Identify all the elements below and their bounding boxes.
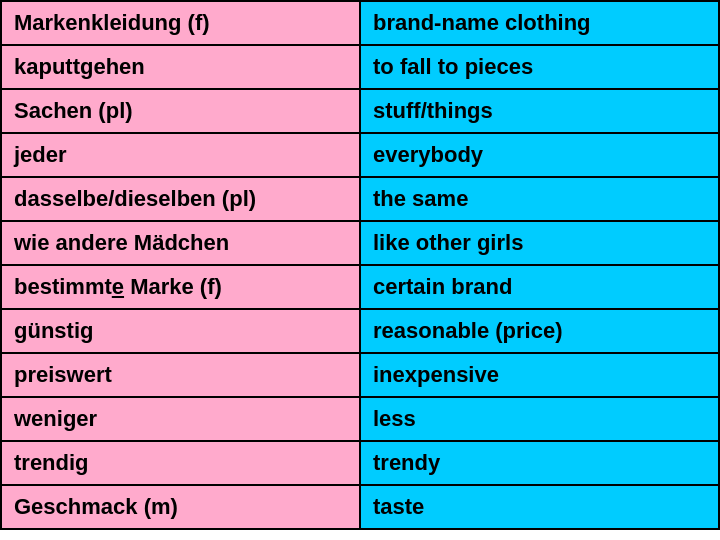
english-cell: reasonable (price) <box>360 309 719 353</box>
german-cell: günstig <box>1 309 360 353</box>
german-cell: jeder <box>1 133 360 177</box>
table-row: bestimmte Marke (f)certain brand <box>1 265 719 309</box>
table-row: Sachen (pl)stuff/things <box>1 89 719 133</box>
vocabulary-table: Markenkleidung (f)brand-name clothingkap… <box>0 0 720 530</box>
english-cell: trendy <box>360 441 719 485</box>
german-cell: preiswert <box>1 353 360 397</box>
table-row: günstigreasonable (price) <box>1 309 719 353</box>
german-cell: Markenkleidung (f) <box>1 1 360 45</box>
german-cell: dasselbe/dieselben (pl) <box>1 177 360 221</box>
table-row: wenigerless <box>1 397 719 441</box>
table-row: preiswertinexpensive <box>1 353 719 397</box>
table-row: Geschmack (m)taste <box>1 485 719 529</box>
german-cell: Geschmack (m) <box>1 485 360 529</box>
english-cell: like other girls <box>360 221 719 265</box>
underline-char: e <box>112 274 124 299</box>
german-cell: kaputtgehen <box>1 45 360 89</box>
german-cell: Sachen (pl) <box>1 89 360 133</box>
english-cell: less <box>360 397 719 441</box>
german-cell: weniger <box>1 397 360 441</box>
table-row: dasselbe/dieselben (pl)the same <box>1 177 719 221</box>
english-cell: the same <box>360 177 719 221</box>
english-cell: to fall to pieces <box>360 45 719 89</box>
english-cell: brand-name clothing <box>360 1 719 45</box>
table-row: kaputtgehento fall to pieces <box>1 45 719 89</box>
english-cell: inexpensive <box>360 353 719 397</box>
german-cell: wie andere Mädchen <box>1 221 360 265</box>
english-cell: taste <box>360 485 719 529</box>
table-row: jedereverybody <box>1 133 719 177</box>
english-cell: everybody <box>360 133 719 177</box>
table-row: Markenkleidung (f)brand-name clothing <box>1 1 719 45</box>
table-row: wie andere Mädchenlike other girls <box>1 221 719 265</box>
german-cell: trendig <box>1 441 360 485</box>
table-row: trendigtrendy <box>1 441 719 485</box>
english-cell: stuff/things <box>360 89 719 133</box>
english-cell: certain brand <box>360 265 719 309</box>
german-cell: bestimmte Marke (f) <box>1 265 360 309</box>
